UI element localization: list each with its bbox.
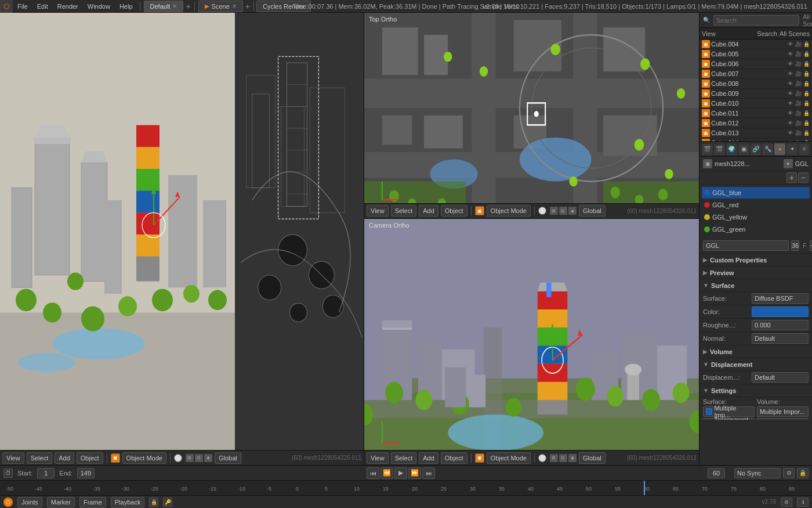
bottom-info-btn[interactable]: ℹ bbox=[797, 498, 809, 507]
render-btn-012[interactable]: 🎥 bbox=[795, 120, 802, 127]
shade-dot-cam[interactable] bbox=[538, 454, 546, 462]
menu-window[interactable]: Window bbox=[83, 0, 115, 12]
physics-props-icon[interactable]: ⚛ bbox=[799, 143, 810, 155]
render-btn-007[interactable]: 🎥 bbox=[795, 70, 802, 77]
view-icon-2[interactable]: ⊡ bbox=[195, 454, 203, 462]
outliner-item-013[interactable]: ▣ Cube.013 👁 🎥 🔒 bbox=[699, 128, 812, 138]
sync-dropdown[interactable]: No Sync bbox=[734, 468, 781, 478]
prev-frame-btn[interactable]: ⏪ bbox=[380, 467, 393, 479]
jump-end-btn[interactable]: ⏭ bbox=[422, 467, 435, 479]
normal-dropdown[interactable]: Default bbox=[752, 333, 809, 344]
view-icon-c3[interactable]: ◈ bbox=[568, 454, 577, 462]
visibility-btn-007[interactable]: 👁 bbox=[786, 70, 793, 77]
mode-btn-left[interactable]: Object Mode bbox=[122, 452, 166, 464]
render-btn-008[interactable]: 🎥 bbox=[795, 80, 802, 87]
constraint-props-icon[interactable]: 🔗 bbox=[751, 143, 762, 155]
multiple-imp-val[interactable]: Multiple Imp... bbox=[703, 406, 755, 417]
add-btn-cam[interactable]: Add bbox=[419, 452, 438, 464]
global-btn-cam[interactable]: Global bbox=[579, 452, 606, 464]
render-props-icon[interactable]: 🎬 bbox=[702, 143, 713, 155]
surface-type-dropdown[interactable]: Diffuse BSDF bbox=[752, 293, 809, 304]
ggl-add-btn[interactable]: + bbox=[810, 240, 812, 251]
visibility-btn-012[interactable]: 👁 bbox=[786, 120, 793, 127]
object-btn-ortho[interactable]: Object bbox=[441, 205, 467, 217]
end-frame-input[interactable] bbox=[77, 468, 95, 478]
left-canvas[interactable] bbox=[0, 13, 364, 450]
preview-section[interactable]: ▶ Preview bbox=[699, 266, 812, 279]
render-btn-011[interactable]: 🎥 bbox=[795, 110, 802, 117]
outliner-item-009[interactable]: ▣ Cube.009 👁 🎥 🔒 bbox=[699, 89, 812, 99]
current-frame-input[interactable] bbox=[708, 468, 725, 478]
visibility-btn-005[interactable]: 👁 bbox=[786, 51, 793, 57]
global-btn-ortho[interactable]: Global bbox=[579, 205, 606, 217]
visibility-btn-013[interactable]: 👁 bbox=[786, 129, 793, 136]
lock-btn-010[interactable]: 🔒 bbox=[803, 100, 810, 107]
disp-section[interactable]: ▼ Displacement bbox=[699, 358, 812, 371]
object-btn-left[interactable]: Object bbox=[77, 452, 103, 464]
jump-start-btn[interactable]: ⏮ bbox=[367, 467, 379, 479]
menu-edit[interactable]: Edit bbox=[32, 0, 53, 12]
remove-material-btn[interactable]: − bbox=[798, 172, 809, 183]
global-btn-left[interactable]: Global bbox=[215, 452, 241, 464]
outliner-item-004[interactable]: ▣ Cube.004 👁 🎥 🔒 bbox=[699, 39, 812, 49]
select-btn-ortho[interactable]: Select bbox=[391, 205, 417, 217]
material-props-icon[interactable]: ● bbox=[774, 143, 785, 155]
object-props-icon[interactable]: ▣ bbox=[738, 143, 749, 155]
volume-section[interactable]: ▶ Volume bbox=[699, 345, 812, 358]
custom-props-section[interactable]: ▶ Custom Properties bbox=[699, 254, 812, 266]
view-icon-3[interactable]: ◈ bbox=[204, 454, 212, 462]
multiple-imp-check[interactable] bbox=[706, 408, 712, 415]
select-btn-left[interactable]: Select bbox=[27, 452, 53, 464]
timeline-settings-btn[interactable]: ⚙ bbox=[783, 468, 795, 478]
add-material-btn[interactable]: + bbox=[786, 172, 797, 183]
scene-tab[interactable]: ▶ Scene ✕ bbox=[198, 1, 243, 12]
select-btn-cam[interactable]: Select bbox=[391, 452, 417, 464]
mat-item-blue[interactable]: GGL_blue bbox=[702, 187, 810, 199]
scene-props-icon[interactable]: 🎬 bbox=[714, 143, 725, 155]
menu-render[interactable]: Render bbox=[53, 0, 83, 12]
viewport-shade-left[interactable] bbox=[174, 454, 182, 462]
outliner-item-005[interactable]: ▣ Cube.005 👁 🎥 🔒 bbox=[699, 49, 812, 59]
menu-help[interactable]: Help bbox=[115, 0, 137, 12]
lock-btn-009[interactable]: 🔒 bbox=[803, 90, 810, 97]
lock-btn-007[interactable]: 🔒 bbox=[803, 70, 810, 77]
world-props-icon[interactable]: 🌍 bbox=[726, 143, 737, 155]
transparent-val[interactable]: Transparent ... bbox=[703, 418, 755, 420]
visibility-btn-011[interactable]: 👁 bbox=[786, 110, 793, 117]
mat-item-yellow[interactable]: GGL_yellow bbox=[702, 211, 810, 223]
outliner-search-input[interactable] bbox=[713, 15, 799, 26]
view-icon-o2[interactable]: ⊡ bbox=[559, 207, 567, 215]
play-btn[interactable]: ▶ bbox=[394, 467, 407, 479]
timeline-icon[interactable]: ⏱ bbox=[3, 469, 13, 478]
next-frame-btn[interactable]: ⏩ bbox=[408, 467, 421, 479]
view-icon-o3[interactable]: ◈ bbox=[568, 207, 577, 215]
visibility-btn-010[interactable]: 👁 bbox=[786, 100, 793, 107]
mat-item-green[interactable]: GGL_green bbox=[702, 224, 810, 235]
render-btn-005[interactable]: 🎥 bbox=[795, 51, 802, 57]
view-icon-c2[interactable]: ⊡ bbox=[559, 454, 567, 462]
view-btn-ortho[interactable]: View bbox=[367, 205, 389, 217]
outliner-item-008[interactable]: ▣ Cube.008 👁 🎥 🔒 bbox=[699, 79, 812, 89]
visibility-btn-006[interactable]: 👁 bbox=[786, 60, 793, 67]
mode-btn-ortho[interactable]: Object Mode bbox=[487, 205, 531, 217]
render-btn-004[interactable]: 🎥 bbox=[795, 41, 802, 48]
mode-btn-cam[interactable]: Object Mode bbox=[487, 452, 531, 464]
visibility-btn-004[interactable]: 👁 bbox=[786, 41, 793, 48]
lock-btn-013[interactable]: 🔒 bbox=[803, 129, 810, 136]
outliner-item-010[interactable]: ▣ Cube.010 👁 🎥 🔒 bbox=[699, 99, 812, 109]
top-ortho-viewport[interactable]: Top Ortho bbox=[364, 13, 699, 219]
bottom-frame-btn[interactable]: Frame bbox=[79, 497, 106, 507]
color-value[interactable] bbox=[752, 307, 809, 317]
bottom-joints-btn[interactable]: Joints bbox=[17, 497, 42, 507]
timeline-track[interactable]: -50 -45 -40 -35 -30 -25 -20 -15 -10 -5 0… bbox=[0, 481, 812, 495]
visibility-btn-009[interactable]: 👁 bbox=[786, 90, 793, 97]
start-frame-input[interactable] bbox=[37, 468, 55, 478]
bottom-playback-btn[interactable]: Playback bbox=[111, 497, 145, 507]
outliner-item-006[interactable]: ▣ Cube.006 👁 🎥 🔒 bbox=[699, 59, 812, 69]
settings-section[interactable]: ▼ Settings bbox=[699, 384, 812, 397]
modifier-props-icon[interactable]: 🔧 bbox=[762, 143, 773, 155]
view-btn-left[interactable]: View bbox=[2, 452, 24, 464]
ggl-input[interactable] bbox=[703, 240, 789, 251]
timeline-lock-btn[interactable]: 🔒 bbox=[797, 468, 809, 478]
roughness-value[interactable]: 0.000 bbox=[752, 320, 809, 330]
